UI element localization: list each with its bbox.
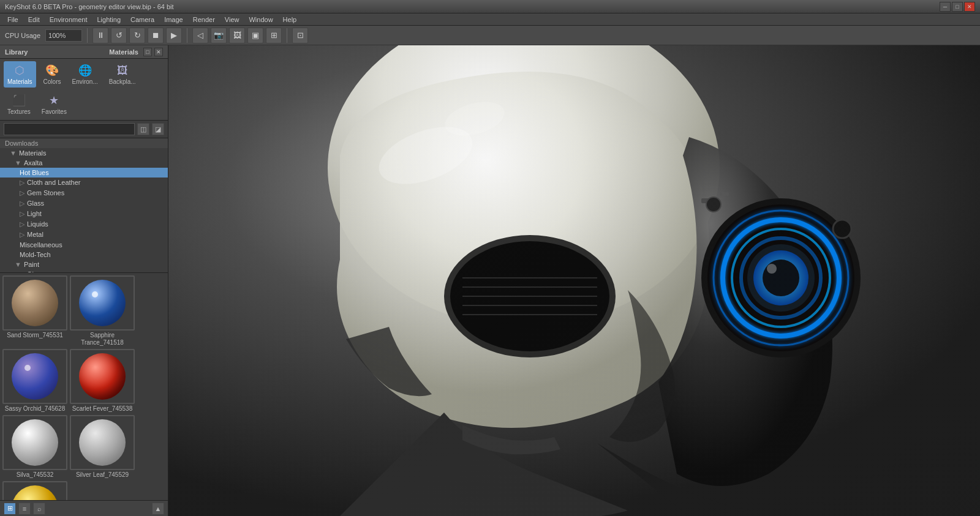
library-header: Library Materials □ ✕ bbox=[0, 45, 168, 59]
region-button[interactable]: ▣ bbox=[247, 28, 263, 43]
titlebar: KeyShot 6.0 BETA Pro - geometry editor v… bbox=[0, 0, 980, 13]
main-layout: Library Materials □ ✕ ⬡ Materials 🎨 Colo… bbox=[0, 45, 980, 516]
minimize-button[interactable]: ─ bbox=[940, 2, 951, 12]
backplates-icon: 🖼 bbox=[117, 64, 128, 77]
pause-button[interactable]: ⏸ bbox=[92, 28, 108, 43]
menu-render[interactable]: Render bbox=[188, 15, 220, 24]
tab-environments[interactable]: 🌐 Environ... bbox=[68, 61, 101, 88]
thumb-sassy-orchid[interactable]: Sassy Orchid_745628 bbox=[2, 349, 67, 413]
expand-icon: ▷ bbox=[20, 231, 24, 238]
search-input[interactable] bbox=[4, 123, 135, 135]
menu-lighting[interactable]: Lighting bbox=[92, 15, 126, 24]
tree-item-metal[interactable]: ▷Metal bbox=[0, 230, 168, 240]
rotate-button[interactable]: ↻ bbox=[129, 28, 145, 43]
textures-icon: ⬛ bbox=[12, 94, 26, 107]
view-list-button[interactable]: ≡ bbox=[18, 503, 31, 515]
panel-float-button[interactable]: □ bbox=[143, 48, 152, 56]
thumb-scarlet-fever[interactable]: Scarlet Fever_745538 bbox=[70, 349, 135, 413]
scroll-up-button[interactable]: ▲ bbox=[152, 503, 164, 515]
panel-controls: □ ✕ bbox=[143, 48, 163, 56]
tab-textures[interactable]: ⬛ Textures bbox=[4, 91, 34, 118]
toolbar-separator bbox=[87, 28, 88, 43]
tree-header: Downloads bbox=[0, 138, 168, 148]
tree-item-cloth-leather[interactable]: ▷Cloth and Leather bbox=[0, 178, 168, 188]
screenshot-button[interactable]: 🖼 bbox=[229, 28, 245, 43]
expand-icon: ▷ bbox=[20, 200, 24, 207]
thumb-label-silva: Silva_745532 bbox=[17, 471, 54, 479]
tree-item-liquids[interactable]: ▷Liquids bbox=[0, 219, 168, 230]
titlebar-controls: ─ □ ✕ bbox=[940, 2, 975, 12]
menu-view[interactable]: View bbox=[220, 15, 244, 24]
thumb-yellow[interactable] bbox=[2, 481, 67, 500]
thumb-label-silver-leaf: Silver Leaf_745529 bbox=[76, 471, 129, 479]
toolbar-separator2 bbox=[187, 28, 187, 43]
search-collapse-button[interactable]: ◪ bbox=[152, 123, 164, 135]
search-expand-button[interactable]: ◫ bbox=[137, 123, 149, 135]
tab-favorites[interactable]: ★ Favorites bbox=[38, 91, 70, 118]
thumb-label-sapphire-trance: Sapphire Trance_741518 bbox=[70, 332, 135, 346]
fullscreen-button[interactable]: ⊞ bbox=[266, 28, 282, 43]
thumb-silva[interactable]: Silva_745532 bbox=[2, 415, 67, 479]
tab-materials-label: Materials bbox=[7, 78, 32, 85]
tree-item-light[interactable]: ▷Light bbox=[0, 209, 168, 219]
tab-backplates[interactable]: 🖼 Backpla... bbox=[105, 62, 140, 88]
maximize-button[interactable]: □ bbox=[952, 2, 963, 12]
panel-close-button[interactable]: ✕ bbox=[154, 48, 163, 56]
thumb-label-sassy-orchid: Sassy Orchid_745628 bbox=[5, 405, 65, 413]
tree-item-miscellaneous[interactable]: Miscellaneous bbox=[0, 240, 168, 250]
sphere-silva bbox=[12, 419, 58, 466]
thumb-sand-storm[interactable]: Sand Storm_745531 bbox=[2, 275, 67, 346]
play-button[interactable]: ▶ bbox=[166, 28, 182, 43]
tree-item-paint[interactable]: ▼Paint bbox=[0, 260, 168, 269]
tree-item-gem-stones[interactable]: ▷Gem Stones bbox=[0, 188, 168, 198]
library-title: Library bbox=[5, 48, 28, 56]
menu-camera[interactable]: Camera bbox=[126, 15, 159, 24]
more-button[interactable]: ⊡ bbox=[292, 28, 308, 43]
thumb-img-silver-leaf bbox=[70, 415, 135, 470]
toolbar: CPU Usage ⏸ ↺ ↻ ⏹ ▶ ◁ 📷 🖼 ▣ ⊞ ⊡ bbox=[0, 26, 980, 45]
menu-file[interactable]: File bbox=[2, 15, 23, 24]
menu-edit[interactable]: Edit bbox=[23, 15, 45, 24]
tree-item-axalta[interactable]: ▼Axalta bbox=[0, 158, 168, 168]
tab-favorites-label: Favorites bbox=[42, 108, 67, 115]
sphere-scarlet bbox=[79, 353, 126, 400]
tab-backplates-label: Backpla... bbox=[109, 78, 136, 85]
viewport[interactable] bbox=[168, 45, 980, 516]
stop-button[interactable]: ⏹ bbox=[148, 28, 164, 43]
thumb-img-sand-storm bbox=[2, 275, 67, 331]
menu-image[interactable]: Image bbox=[159, 15, 188, 24]
search-bar: ◫ ◪ bbox=[0, 121, 168, 138]
sphere-orchid bbox=[12, 353, 58, 400]
refresh-button[interactable]: ↺ bbox=[111, 28, 127, 43]
left-panel: Library Materials □ ✕ ⬡ Materials 🎨 Colo… bbox=[0, 45, 168, 516]
cpu-input[interactable] bbox=[45, 29, 82, 42]
view-search-button[interactable]: ⌕ bbox=[33, 503, 45, 515]
toolbar-separator3 bbox=[287, 28, 287, 43]
thumbnail-grid: Sand Storm_745531 Sapphire Trance_741518 bbox=[0, 273, 168, 500]
menu-window[interactable]: Window bbox=[244, 15, 277, 24]
expand-icon: ▼ bbox=[15, 159, 21, 166]
tree-item-materials[interactable]: ▼Materials bbox=[0, 148, 168, 158]
tab-environments-label: Environ... bbox=[72, 78, 97, 85]
menu-help[interactable]: Help bbox=[278, 15, 302, 24]
tree-item-mold-tech[interactable]: Mold-Tech bbox=[0, 250, 168, 260]
tab-colors[interactable]: 🎨 Colors bbox=[40, 61, 65, 88]
close-button[interactable]: ✕ bbox=[964, 2, 975, 12]
thumb-img-sapphire-trance bbox=[70, 275, 135, 331]
thumb-sapphire-trance[interactable]: Sapphire Trance_741518 bbox=[70, 275, 135, 346]
tree-item-glass[interactable]: ▷Glass bbox=[0, 198, 168, 209]
view-grid-button[interactable]: ⊞ bbox=[4, 503, 16, 515]
tree-item-hot-blues[interactable]: Hot Blues bbox=[0, 168, 168, 178]
sphere-sapphire bbox=[79, 280, 126, 326]
thumb-img-silva bbox=[2, 415, 67, 470]
thumb-silver-leaf[interactable]: Silver Leaf_745529 bbox=[70, 415, 135, 479]
rewind-button[interactable]: ◁ bbox=[192, 28, 208, 43]
expand-icon: ▼ bbox=[15, 261, 21, 268]
tab-materials[interactable]: ⬡ Materials bbox=[4, 61, 36, 88]
expand-icon: ▷ bbox=[20, 210, 24, 217]
tabs-panel: ⬡ Materials 🎨 Colors 🌐 Environ... 🖼 Back… bbox=[0, 59, 168, 121]
menu-environment[interactable]: Environment bbox=[45, 15, 92, 24]
thumb-label-scarlet-fever: Scarlet Fever_745538 bbox=[72, 405, 132, 413]
favorites-icon: ★ bbox=[49, 94, 59, 107]
camera-button[interactable]: 📷 bbox=[211, 28, 227, 43]
